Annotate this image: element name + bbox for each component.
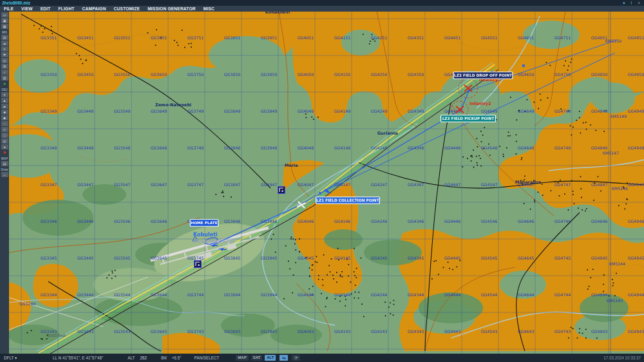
lz3-pickup-label[interactable]: LZ3 FIELD PICKUP POINT bbox=[441, 115, 496, 122]
map-layers-icon[interactable]: ▤ bbox=[1, 161, 8, 166]
validate-icon[interactable]: ✓ bbox=[1, 70, 8, 75]
menu-view[interactable]: VIEW bbox=[17, 6, 37, 12]
grid-label: KM5143 bbox=[607, 298, 623, 303]
menu-customize[interactable]: CUSTOMIZE bbox=[110, 6, 144, 12]
grid-label: GG4745 bbox=[554, 256, 571, 260]
building-dot bbox=[503, 154, 504, 155]
building-dot bbox=[613, 282, 614, 283]
building-dot bbox=[222, 191, 223, 192]
building-dot bbox=[509, 135, 511, 137]
static-object-icon[interactable]: ◆ bbox=[1, 115, 8, 120]
lz2-drop-off-label[interactable]: LZ2 FIELD DROP OFF POINT bbox=[453, 72, 513, 79]
grid-label: GG4645 bbox=[518, 256, 534, 260]
sat-view-button[interactable]: SAT bbox=[251, 355, 263, 361]
home-plate-label[interactable]: HOME PLATE bbox=[190, 220, 218, 227]
grid-label: GG4751 bbox=[554, 35, 571, 40]
grid-label: GG4348 bbox=[408, 146, 424, 150]
trigger-zone-icon[interactable]: ◇ bbox=[1, 127, 8, 132]
start-mission-icon[interactable]: ● bbox=[1, 81, 8, 86]
menu-mission-generator[interactable]: MISSION GENERATOR bbox=[144, 6, 200, 12]
map-canvas[interactable]: GG3343GG3344GG3345GG3346GG3347GG3348GG33… bbox=[9, 12, 644, 354]
grid-label: GG4447 bbox=[444, 182, 460, 187]
measure-distance-icon[interactable]: ↔ bbox=[1, 172, 8, 177]
building-dot bbox=[275, 252, 276, 253]
menu-edit[interactable]: EDIT bbox=[37, 6, 55, 12]
close-icon[interactable]: × bbox=[638, 0, 640, 6]
delete-object-icon[interactable]: ■ bbox=[1, 150, 8, 155]
building-dot bbox=[312, 269, 313, 271]
building-dot bbox=[589, 286, 590, 287]
building-dot bbox=[524, 176, 526, 177]
building-dot bbox=[188, 43, 189, 44]
network-icon[interactable]: ▾ bbox=[623, 0, 625, 6]
building-dot bbox=[318, 275, 319, 276]
new-mission-icon[interactable]: ▭ bbox=[1, 12, 8, 17]
alt-view-button[interactable]: ALT bbox=[265, 355, 276, 361]
farp-icon[interactable]: ▢ bbox=[1, 133, 8, 138]
building-dot bbox=[592, 269, 594, 270]
goals-icon[interactable]: ◎ bbox=[1, 58, 8, 63]
options-icon[interactable]: ⊞ bbox=[1, 64, 8, 69]
grid-label: GG3345 bbox=[41, 256, 57, 260]
grid-label: GG3949 bbox=[261, 109, 277, 113]
measure-tool-button[interactable]: ⇆ bbox=[279, 355, 288, 361]
building-dot bbox=[462, 166, 463, 167]
briefing-icon[interactable]: ▤ bbox=[1, 35, 8, 40]
building-dot bbox=[363, 316, 365, 318]
building-dot bbox=[215, 194, 216, 195]
vehicle-group-icon[interactable]: ■ bbox=[1, 110, 8, 115]
grid-label: GG4251 bbox=[371, 35, 387, 40]
ship-group-icon[interactable]: ▰ bbox=[1, 104, 8, 109]
building-dot bbox=[345, 299, 346, 300]
building-dot bbox=[542, 184, 543, 185]
weather-icon[interactable]: ☁ bbox=[1, 41, 8, 46]
building-dot bbox=[534, 102, 535, 103]
label-box-text: LZ2 FIELD DROP OFF POINT bbox=[454, 73, 512, 77]
building-dot bbox=[293, 274, 294, 276]
menu-misc[interactable]: MISC bbox=[200, 6, 218, 12]
airfield-icon[interactable]: ● bbox=[1, 144, 8, 149]
grid-label: GG3749 bbox=[187, 109, 204, 113]
building-dot bbox=[361, 303, 363, 305]
template-icon[interactable]: ○ bbox=[1, 121, 8, 126]
triggers-icon[interactable]: ⚑ bbox=[1, 52, 8, 57]
menu-flight[interactable]: FLIGHT bbox=[55, 6, 79, 12]
building-dot bbox=[527, 99, 528, 100]
rules-icon[interactable]: ≡ bbox=[1, 46, 8, 52]
helicopter-group-icon[interactable]: ▲ bbox=[1, 98, 8, 103]
refresh-button[interactable]: ⟳ bbox=[292, 355, 300, 361]
map-view-button[interactable]: MAP bbox=[236, 355, 248, 361]
grid-label: GG3350 bbox=[41, 72, 57, 77]
building-dot bbox=[358, 292, 359, 293]
info-icon[interactable]: I bbox=[630, 0, 632, 6]
building-dot bbox=[31, 330, 32, 331]
open-mission-icon[interactable]: ▣ bbox=[1, 18, 8, 23]
map-preset-dropdown[interactable]: DFLT ▾ bbox=[4, 356, 17, 360]
building-dot bbox=[609, 295, 610, 296]
grid-label: GG4246 bbox=[371, 219, 387, 224]
menu-file[interactable]: FILE bbox=[0, 6, 17, 12]
farp-marker-icon[interactable] bbox=[194, 261, 202, 268]
label-box-text: LZ1 FIELD COLLECTION POINT bbox=[316, 198, 379, 202]
building-dot bbox=[516, 134, 517, 135]
grid-label: GG3348 bbox=[41, 146, 57, 150]
grid-label: GG3848 bbox=[224, 146, 240, 150]
building-dot bbox=[355, 285, 356, 286]
grid-label: GG4147 bbox=[334, 182, 350, 187]
building-dot bbox=[327, 297, 328, 298]
menu-campaign[interactable]: CAMPAIGN bbox=[79, 6, 110, 12]
grid-label: GG4545 bbox=[481, 256, 497, 260]
building-dot bbox=[571, 327, 572, 328]
grid-label: GG3644 bbox=[151, 292, 167, 297]
aircraft-group-icon[interactable]: ✈ bbox=[1, 92, 8, 97]
lz1-collection-label[interactable]: LZ1 FIELD COLLECTION POINT bbox=[316, 197, 380, 204]
warehouse-icon[interactable]: ◎ bbox=[1, 138, 8, 144]
farp-marker-icon[interactable] bbox=[278, 187, 285, 194]
building-dot bbox=[568, 338, 569, 339]
building-dot bbox=[43, 32, 44, 33]
building-dot bbox=[586, 208, 587, 209]
save-mission-icon[interactable]: ▦ bbox=[1, 24, 8, 29]
building-dot bbox=[292, 238, 294, 240]
summary-icon[interactable]: ▥ bbox=[1, 75, 8, 81]
grid-label: GG3349 bbox=[41, 109, 57, 113]
